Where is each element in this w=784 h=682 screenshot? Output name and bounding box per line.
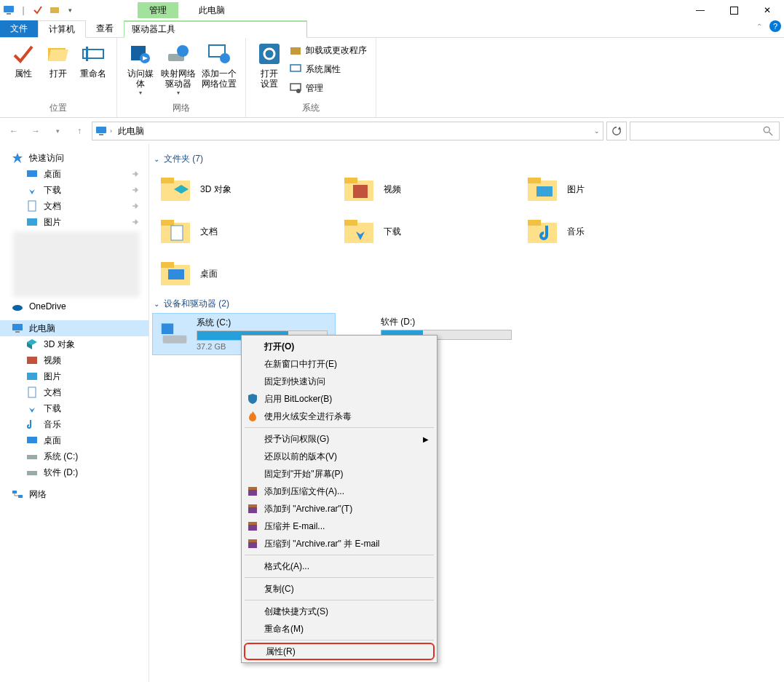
properties-button[interactable]: 属性 bbox=[6, 41, 41, 80]
ctx-bitlocker[interactable]: 启用 BitLocker(B) bbox=[244, 390, 435, 408]
ctx-huorong-scan[interactable]: 使用火绒安全进行杀毒 bbox=[244, 408, 435, 425]
ctx-copy[interactable]: 复制(C) bbox=[244, 580, 435, 598]
sidebar-network[interactable]: 网络 bbox=[0, 486, 149, 502]
tab-drive-tools[interactable]: 驱动器工具 bbox=[124, 20, 307, 38]
svg-rect-2 bbox=[50, 7, 59, 13]
ctx-compress-email[interactable]: 压缩并 E-mail... bbox=[244, 518, 435, 535]
tab-manage[interactable]: 管理 bbox=[138, 2, 178, 18]
star-icon bbox=[12, 152, 23, 164]
tab-view[interactable]: 查看 bbox=[86, 20, 124, 37]
access-media-button[interactable]: 访问媒体 ▾ bbox=[123, 41, 158, 98]
sidebar-item-pictures[interactable]: 图片 bbox=[0, 214, 149, 230]
folder-item-3d[interactable]: 3D 对象 bbox=[152, 168, 336, 210]
qat-properties-icon[interactable] bbox=[30, 2, 46, 18]
pc-icon bbox=[12, 322, 23, 334]
ctx-grant-access[interactable]: 授予访问权限(G)▶ bbox=[244, 430, 435, 448]
shield-icon bbox=[247, 393, 258, 405]
monitor-globe-icon bbox=[207, 42, 231, 66]
ctx-open-new-window[interactable]: 在新窗口中打开(E) bbox=[244, 355, 435, 373]
ctx-rename[interactable]: 重命名(M) bbox=[244, 620, 435, 638]
folder-item-downloads[interactable]: 下载 bbox=[336, 210, 519, 253]
sidebar-item-drive-d[interactable]: 软件 (D:) bbox=[0, 464, 149, 480]
group-header-drives[interactable]: ⌄ 设备和驱动器 (2) bbox=[152, 295, 781, 313]
group-header-folders[interactable]: ⌄ 文件夹 (7) bbox=[152, 150, 781, 168]
folder-item-videos[interactable]: 视频 bbox=[336, 168, 519, 210]
close-button[interactable]: ✕ bbox=[751, 0, 784, 20]
refresh-button[interactable] bbox=[606, 122, 627, 140]
qat-dropdown-icon[interactable]: ▾ bbox=[65, 2, 75, 18]
ctx-separator bbox=[245, 427, 434, 428]
svg-rect-1 bbox=[7, 13, 11, 15]
svg-rect-41 bbox=[27, 455, 37, 459]
svg-rect-63 bbox=[161, 262, 174, 268]
ctx-compress-rar-email[interactable]: 压缩到 "Archive.rar" 并 E-mail bbox=[244, 535, 435, 552]
wrench-icon bbox=[290, 82, 301, 94]
ctx-pin-quick[interactable]: 固定到快速访问 bbox=[244, 373, 435, 390]
folder-item-pictures[interactable]: 图片 bbox=[519, 168, 702, 210]
tab-computer[interactable]: 计算机 bbox=[38, 20, 86, 38]
maximize-button[interactable] bbox=[717, 0, 751, 20]
box-icon bbox=[290, 44, 301, 56]
sidebar-quick-access-label: 快速访问 bbox=[29, 152, 64, 164]
breadcrumb-thispc[interactable]: 此电脑 bbox=[115, 125, 147, 138]
forward-button[interactable]: → bbox=[26, 122, 45, 140]
chevron-down-icon: ⌄ bbox=[154, 300, 159, 308]
history-dropdown[interactable]: ▾ bbox=[48, 122, 67, 140]
manage-button[interactable]: 管理 bbox=[290, 80, 367, 96]
rar-icon bbox=[247, 503, 258, 515]
folder-item-desktop[interactable]: 桌面 bbox=[152, 253, 336, 295]
sidebar-item-pictures2[interactable]: 图片 bbox=[0, 368, 149, 384]
ctx-create-shortcut[interactable]: 创建快捷方式(S) bbox=[244, 603, 435, 620]
folder-item-music[interactable]: 音乐 bbox=[519, 210, 702, 253]
window-controls: — ✕ bbox=[684, 0, 784, 20]
sidebar-item-desktop2[interactable]: 桌面 bbox=[0, 432, 149, 448]
ctx-format[interactable]: 格式化(A)... bbox=[244, 558, 435, 575]
sidebar-item-downloads2[interactable]: 下载 bbox=[0, 400, 149, 416]
sidebar-item-desktop[interactable]: 桌面 bbox=[0, 166, 149, 182]
rename-button[interactable]: 重命名 bbox=[76, 41, 111, 80]
back-button[interactable]: ← bbox=[4, 122, 23, 140]
download-icon bbox=[26, 403, 38, 414]
ctx-restore-versions[interactable]: 还原以前的版本(V) bbox=[244, 448, 435, 465]
search-input[interactable] bbox=[630, 122, 780, 140]
rename-label: 重命名 bbox=[80, 68, 106, 79]
map-drive-button[interactable]: 映射网络 驱动器 ▾ bbox=[158, 41, 199, 98]
ctx-add-archive-rar[interactable]: 添加到 "Archive.rar"(T) bbox=[244, 500, 435, 518]
folder-3d-icon bbox=[159, 175, 191, 204]
sidebar-item-documents2[interactable]: 文档 bbox=[0, 384, 149, 400]
context-menu: 打开(O) 在新窗口中打开(E) 固定到快速访问 启用 BitLocker(B)… bbox=[241, 335, 437, 663]
system-properties-button[interactable]: 系统属性 bbox=[290, 61, 367, 77]
ctx-open[interactable]: 打开(O) bbox=[244, 338, 435, 355]
cube-icon bbox=[26, 338, 38, 350]
tab-file[interactable]: 文件 bbox=[0, 20, 38, 37]
sidebar-item-3d[interactable]: 3D 对象 bbox=[0, 336, 149, 352]
open-button[interactable]: 打开 bbox=[41, 41, 76, 80]
sidebar-item-drive-c[interactable]: 系统 (C:) bbox=[0, 448, 149, 464]
qat-newfolder-icon[interactable] bbox=[47, 2, 63, 18]
ctx-pin-start[interactable]: 固定到"开始"屏幕(P) bbox=[244, 465, 435, 483]
svg-rect-30 bbox=[27, 218, 37, 226]
ctx-add-archive[interactable]: 添加到压缩文件(A)... bbox=[244, 483, 435, 500]
add-network-location-button[interactable]: 添加一个 网络位置 bbox=[199, 41, 239, 91]
address-bar[interactable]: › 此电脑 ⌄ bbox=[92, 122, 603, 140]
up-button[interactable]: ↑ bbox=[70, 122, 89, 140]
sidebar-onedrive[interactable]: OneDrive bbox=[0, 298, 149, 314]
ribbon-collapse-icon[interactable]: ⌃ bbox=[756, 23, 762, 31]
address-dropdown-icon[interactable]: ⌄ bbox=[594, 127, 600, 135]
open-settings-button[interactable]: 打开 设置 bbox=[252, 41, 287, 91]
help-icon[interactable]: ? bbox=[769, 20, 781, 32]
sidebar-quick-access[interactable]: 快速访问 bbox=[0, 150, 149, 166]
ctx-properties[interactable]: 属性(R) bbox=[244, 643, 435, 660]
chevron-right-icon[interactable]: › bbox=[110, 127, 112, 135]
sidebar-item-music[interactable]: 音乐 bbox=[0, 416, 149, 432]
sidebar-item-downloads[interactable]: 下载 bbox=[0, 182, 149, 198]
qat-pc-icon[interactable] bbox=[1, 2, 17, 18]
rename-icon bbox=[82, 42, 105, 66]
uninstall-programs-button[interactable]: 卸载或更改程序 bbox=[290, 42, 367, 58]
sidebar-this-pc[interactable]: 此电脑 bbox=[0, 320, 149, 336]
sidebar-item-videos[interactable]: 视频 bbox=[0, 352, 149, 368]
minimize-button[interactable]: — bbox=[684, 0, 717, 20]
title-bar: | ▾ 管理 此电脑 — ✕ bbox=[0, 0, 784, 20]
sidebar-item-documents[interactable]: 文档 bbox=[0, 198, 149, 214]
folder-item-documents[interactable]: 文档 bbox=[152, 210, 336, 253]
